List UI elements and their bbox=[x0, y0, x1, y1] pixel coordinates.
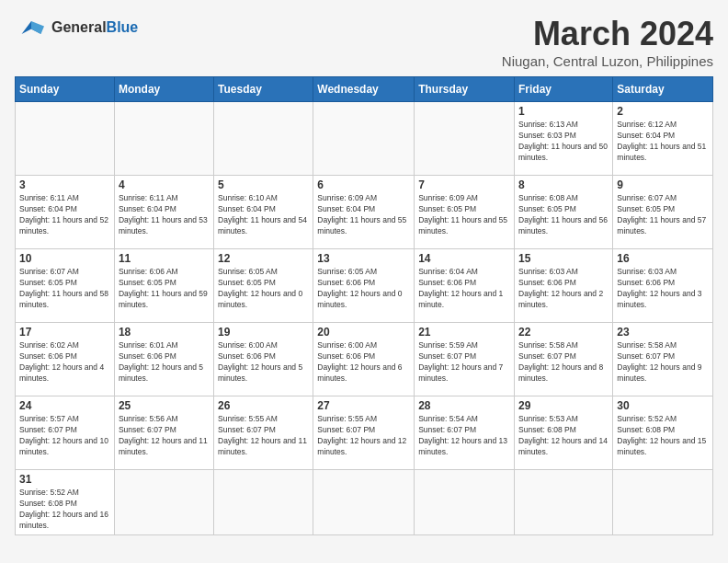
day-info: Sunrise: 6:02 AMSunset: 6:06 PMDaylight:… bbox=[19, 340, 110, 385]
day-info: Sunrise: 6:06 AMSunset: 6:05 PMDaylight:… bbox=[119, 267, 210, 311]
calendar-week-row: 17Sunrise: 6:02 AMSunset: 6:06 PMDayligh… bbox=[16, 323, 713, 396]
column-header-friday: Friday bbox=[515, 77, 613, 102]
day-number: 16 bbox=[617, 252, 709, 265]
day-number: 11 bbox=[119, 252, 210, 265]
day-info: Sunrise: 6:07 AMSunset: 6:05 PMDaylight:… bbox=[617, 193, 709, 237]
calendar-week-row: 31Sunrise: 5:52 AMSunset: 6:08 PMDayligh… bbox=[16, 470, 713, 535]
day-number: 27 bbox=[317, 399, 410, 412]
column-header-thursday: Thursday bbox=[415, 77, 515, 102]
calendar-cell bbox=[515, 470, 613, 535]
day-info: Sunrise: 6:08 AMSunset: 6:05 PMDaylight:… bbox=[518, 193, 609, 237]
day-info: Sunrise: 5:59 AMSunset: 6:07 PMDaylight:… bbox=[418, 340, 510, 385]
logo-text: GeneralBlue bbox=[51, 18, 138, 36]
calendar-title: March 2024 bbox=[502, 15, 713, 53]
calendar-cell: 5Sunrise: 6:10 AMSunset: 6:04 PMDaylight… bbox=[214, 176, 313, 249]
day-info: Sunrise: 6:05 AMSunset: 6:06 PMDaylight:… bbox=[317, 267, 410, 311]
calendar-cell: 27Sunrise: 5:55 AMSunset: 6:07 PMDayligh… bbox=[313, 396, 415, 470]
day-info: Sunrise: 5:56 AMSunset: 6:07 PMDaylight:… bbox=[119, 414, 210, 458]
calendar-cell: 14Sunrise: 6:04 AMSunset: 6:06 PMDayligh… bbox=[415, 249, 515, 323]
day-number: 23 bbox=[617, 326, 709, 339]
day-info: Sunrise: 5:58 AMSunset: 6:07 PMDaylight:… bbox=[617, 340, 709, 385]
calendar-week-row: 24Sunrise: 5:57 AMSunset: 6:07 PMDayligh… bbox=[16, 396, 713, 470]
calendar-cell: 12Sunrise: 6:05 AMSunset: 6:05 PMDayligh… bbox=[214, 249, 313, 323]
calendar-cell: 9Sunrise: 6:07 AMSunset: 6:05 PMDaylight… bbox=[613, 176, 713, 249]
day-info: Sunrise: 6:03 AMSunset: 6:06 PMDaylight:… bbox=[617, 267, 709, 311]
column-header-sunday: Sunday bbox=[16, 77, 115, 102]
day-number: 20 bbox=[317, 326, 410, 339]
day-info: Sunrise: 6:13 AMSunset: 6:03 PMDaylight:… bbox=[518, 120, 609, 164]
calendar-cell: 18Sunrise: 6:01 AMSunset: 6:06 PMDayligh… bbox=[114, 323, 213, 396]
column-header-monday: Monday bbox=[114, 77, 213, 102]
day-info: Sunrise: 5:52 AMSunset: 6:08 PMDaylight:… bbox=[617, 414, 709, 458]
day-number: 18 bbox=[119, 326, 210, 339]
day-number: 4 bbox=[119, 178, 210, 191]
calendar-cell: 20Sunrise: 6:00 AMSunset: 6:06 PMDayligh… bbox=[313, 323, 415, 396]
day-number: 6 bbox=[317, 178, 410, 191]
day-number: 31 bbox=[19, 473, 110, 486]
day-info: Sunrise: 6:09 AMSunset: 6:05 PMDaylight:… bbox=[418, 193, 510, 237]
calendar-cell: 15Sunrise: 6:03 AMSunset: 6:06 PMDayligh… bbox=[515, 249, 613, 323]
title-area: March 2024 Niugan, Central Luzon, Philip… bbox=[502, 15, 713, 69]
day-info: Sunrise: 6:10 AMSunset: 6:04 PMDaylight:… bbox=[218, 193, 309, 237]
day-number: 7 bbox=[418, 178, 510, 191]
calendar-cell bbox=[313, 470, 415, 535]
day-number: 8 bbox=[518, 178, 609, 191]
calendar-week-row: 3Sunrise: 6:11 AMSunset: 6:04 PMDaylight… bbox=[16, 176, 713, 249]
day-info: Sunrise: 5:52 AMSunset: 6:08 PMDaylight:… bbox=[19, 488, 110, 532]
day-info: Sunrise: 6:04 AMSunset: 6:06 PMDaylight:… bbox=[418, 267, 510, 311]
calendar-cell bbox=[415, 102, 515, 176]
day-info: Sunrise: 6:07 AMSunset: 6:05 PMDaylight:… bbox=[19, 267, 110, 311]
calendar-header-row: SundayMondayTuesdayWednesdayThursdayFrid… bbox=[16, 77, 713, 102]
column-header-wednesday: Wednesday bbox=[313, 77, 415, 102]
calendar-cell: 19Sunrise: 6:00 AMSunset: 6:06 PMDayligh… bbox=[214, 323, 313, 396]
calendar-cell: 8Sunrise: 6:08 AMSunset: 6:05 PMDaylight… bbox=[515, 176, 613, 249]
calendar-cell: 7Sunrise: 6:09 AMSunset: 6:05 PMDaylight… bbox=[415, 176, 515, 249]
calendar-cell: 24Sunrise: 5:57 AMSunset: 6:07 PMDayligh… bbox=[16, 396, 115, 470]
calendar-cell: 30Sunrise: 5:52 AMSunset: 6:08 PMDayligh… bbox=[613, 396, 713, 470]
calendar-cell bbox=[114, 102, 213, 176]
calendar-cell bbox=[214, 102, 313, 176]
day-info: Sunrise: 5:54 AMSunset: 6:07 PMDaylight:… bbox=[418, 414, 510, 458]
day-info: Sunrise: 6:03 AMSunset: 6:06 PMDaylight:… bbox=[518, 267, 609, 311]
day-info: Sunrise: 6:11 AMSunset: 6:04 PMDaylight:… bbox=[119, 193, 210, 237]
calendar-cell: 6Sunrise: 6:09 AMSunset: 6:04 PMDaylight… bbox=[313, 176, 415, 249]
day-info: Sunrise: 6:12 AMSunset: 6:04 PMDaylight:… bbox=[617, 120, 709, 164]
calendar-cell bbox=[415, 470, 515, 535]
calendar-cell bbox=[613, 470, 713, 535]
calendar-cell: 23Sunrise: 5:58 AMSunset: 6:07 PMDayligh… bbox=[613, 323, 713, 396]
day-number: 24 bbox=[19, 399, 110, 412]
day-info: Sunrise: 6:11 AMSunset: 6:04 PMDaylight:… bbox=[19, 193, 110, 237]
day-info: Sunrise: 6:00 AMSunset: 6:06 PMDaylight:… bbox=[317, 340, 410, 385]
page-header: GeneralBlue March 2024 Niugan, Central L… bbox=[15, 15, 713, 69]
calendar-cell: 16Sunrise: 6:03 AMSunset: 6:06 PMDayligh… bbox=[613, 249, 713, 323]
day-number: 21 bbox=[418, 326, 510, 339]
day-info: Sunrise: 6:00 AMSunset: 6:06 PMDaylight:… bbox=[218, 340, 309, 385]
day-info: Sunrise: 5:57 AMSunset: 6:07 PMDaylight:… bbox=[19, 414, 110, 458]
calendar-week-row: 1Sunrise: 6:13 AMSunset: 6:03 PMDaylight… bbox=[16, 102, 713, 176]
day-number: 30 bbox=[617, 399, 709, 412]
svg-marker-1 bbox=[31, 21, 44, 34]
day-number: 19 bbox=[218, 326, 309, 339]
day-number: 12 bbox=[218, 252, 309, 265]
calendar-table: SundayMondayTuesdayWednesdayThursdayFrid… bbox=[15, 76, 713, 535]
day-info: Sunrise: 5:58 AMSunset: 6:07 PMDaylight:… bbox=[518, 340, 609, 385]
calendar-cell: 1Sunrise: 6:13 AMSunset: 6:03 PMDaylight… bbox=[515, 102, 613, 176]
day-number: 9 bbox=[617, 178, 709, 191]
day-number: 14 bbox=[418, 252, 510, 265]
day-info: Sunrise: 5:55 AMSunset: 6:07 PMDaylight:… bbox=[218, 414, 309, 458]
calendar-cell: 4Sunrise: 6:11 AMSunset: 6:04 PMDaylight… bbox=[114, 176, 213, 249]
day-info: Sunrise: 5:55 AMSunset: 6:07 PMDaylight:… bbox=[317, 414, 410, 458]
day-number: 22 bbox=[518, 326, 609, 339]
column-header-saturday: Saturday bbox=[613, 77, 713, 102]
calendar-cell: 21Sunrise: 5:59 AMSunset: 6:07 PMDayligh… bbox=[415, 323, 515, 396]
calendar-cell bbox=[114, 470, 213, 535]
column-header-tuesday: Tuesday bbox=[214, 77, 313, 102]
calendar-week-row: 10Sunrise: 6:07 AMSunset: 6:05 PMDayligh… bbox=[16, 249, 713, 323]
calendar-subtitle: Niugan, Central Luzon, Philippines bbox=[502, 53, 713, 69]
day-number: 1 bbox=[518, 105, 609, 118]
calendar-cell: 28Sunrise: 5:54 AMSunset: 6:07 PMDayligh… bbox=[415, 396, 515, 470]
calendar-cell: 25Sunrise: 5:56 AMSunset: 6:07 PMDayligh… bbox=[114, 396, 213, 470]
calendar-cell: 3Sunrise: 6:11 AMSunset: 6:04 PMDaylight… bbox=[16, 176, 115, 249]
day-number: 26 bbox=[218, 399, 309, 412]
calendar-cell: 11Sunrise: 6:06 AMSunset: 6:05 PMDayligh… bbox=[114, 249, 213, 323]
